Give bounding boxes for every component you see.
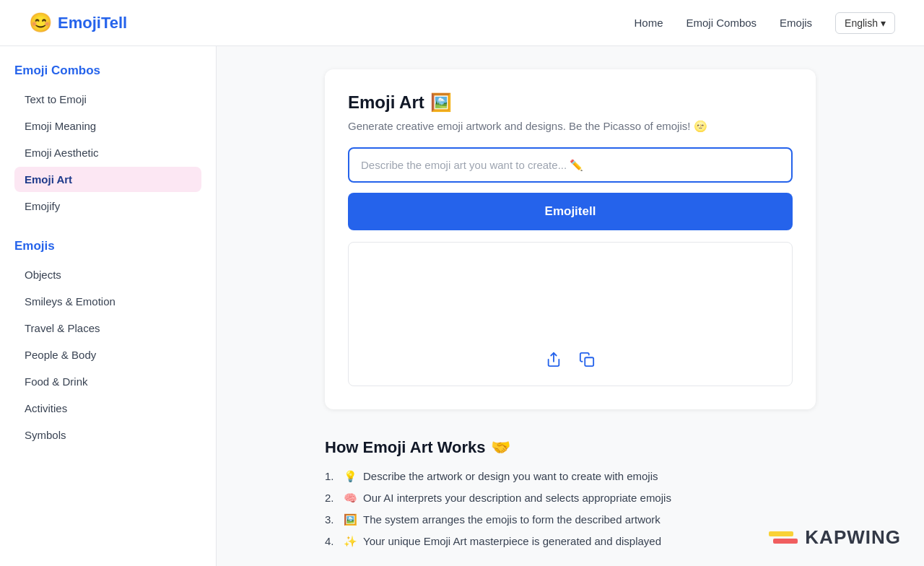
sidebar-item-people-body[interactable]: People & Body [14, 342, 201, 367]
nav-links: Home Emoji Combos Emojis English ▾ [635, 12, 895, 34]
sidebar-section-title-emojis: Emojis [14, 239, 201, 253]
page-layout: Emoji Combos Text to Emoji Emoji Meaning… [0, 46, 924, 566]
navbar: 😊 EmojiTell Home Emoji Combos Emojis Eng… [0, 0, 924, 46]
sidebar-item-food-drink[interactable]: Food & Drink [14, 369, 201, 394]
sidebar-item-emoji-art[interactable]: Emoji Art [14, 167, 201, 192]
kapwing-bar-yellow [769, 531, 793, 536]
emoji-art-card: Emoji Art 🖼️ Generate creative emoji art… [325, 69, 816, 409]
how-section: How Emoji Art Works 🤝 1. 💡 Describe the … [325, 438, 816, 548]
how-step-1: 1. 💡 Describe the artwork or design you … [325, 470, 816, 483]
how-step-4: 4. ✨ Your unique Emoji Art masterpiece i… [325, 535, 816, 548]
step-number-4: 4. [325, 535, 338, 547]
sidebar-item-smileys-emotion[interactable]: Smileys & Emotion [14, 289, 201, 314]
output-actions [543, 349, 598, 374]
how-title-text: How Emoji Art Works [325, 438, 485, 457]
share-icon [546, 352, 562, 367]
language-selector[interactable]: English ▾ [835, 12, 895, 34]
how-list: 1. 💡 Describe the artwork or design you … [325, 470, 816, 548]
step-number-3: 3. [325, 513, 338, 526]
sidebar-item-text-to-emoji[interactable]: Text to Emoji [14, 87, 201, 112]
step-number-2: 2. [325, 492, 338, 504]
step-text-3: The system arranges the emojis to form t… [363, 513, 661, 526]
step-icon-2: 🧠 [344, 492, 357, 505]
step-text-4: Your unique Emoji Art masterpiece is gen… [363, 535, 661, 547]
card-title: Emoji Art 🖼️ [348, 92, 793, 113]
painting-icon: 🖼️ [430, 92, 452, 113]
card-title-text: Emoji Art [348, 92, 424, 113]
language-label: English [845, 17, 878, 29]
share-button[interactable] [543, 349, 565, 374]
sidebar-item-emojify[interactable]: Emojify [14, 193, 201, 219]
step-text-2: Our AI interprets your description and s… [363, 492, 671, 504]
sidebar-item-objects[interactable]: Objects [14, 262, 201, 287]
svg-rect-1 [585, 357, 593, 366]
step-icon-1: 💡 [344, 470, 357, 483]
copy-button[interactable] [576, 349, 598, 374]
sidebar-item-symbols[interactable]: Symbols [14, 422, 201, 448]
how-step-3: 3. 🖼️ The system arranges the emojis to … [325, 513, 816, 526]
logo[interactable]: 😊 EmojiTell [29, 12, 127, 34]
step-text-1: Describe the artwork or design you want … [363, 470, 658, 482]
main-content: Emoji Art 🖼️ Generate creative emoji art… [217, 46, 924, 566]
kapwing-watermark: KAPWING [769, 526, 901, 549]
sidebar-section-emoji-combos: Emoji Combos Text to Emoji Emoji Meaning… [0, 64, 216, 219]
sidebar-item-emoji-aesthetic[interactable]: Emoji Aesthetic [14, 140, 201, 165]
chevron-down-icon: ▾ [881, 17, 886, 29]
step-number-1: 1. [325, 470, 338, 482]
sidebar-section-title-emoji-combos: Emoji Combos [14, 64, 201, 78]
kapwing-bar-red [773, 539, 798, 544]
sidebar-item-activities[interactable]: Activities [14, 396, 201, 421]
output-area [348, 242, 793, 386]
nav-home[interactable]: Home [635, 17, 663, 29]
nav-emoji-combos[interactable]: Emoji Combos [687, 17, 757, 29]
card-subtitle: Generate creative emoji artwork and desi… [348, 120, 793, 133]
how-title: How Emoji Art Works 🤝 [325, 438, 816, 457]
logo-icon: 😊 [29, 12, 52, 34]
copy-icon [579, 352, 595, 367]
emoji-art-input[interactable] [348, 147, 793, 183]
handshake-icon: 🤝 [491, 438, 510, 457]
nav-emojis[interactable]: Emojis [780, 17, 812, 29]
sidebar-item-travel-places[interactable]: Travel & Places [14, 315, 201, 341]
kapwing-logo-icon [769, 531, 798, 544]
step-icon-4: ✨ [344, 535, 357, 548]
step-icon-3: 🖼️ [344, 513, 357, 526]
sidebar-section-emojis: Emojis Objects Smileys & Emotion Travel … [0, 239, 216, 448]
kapwing-text: KAPWING [805, 526, 901, 549]
how-step-2: 2. 🧠 Our AI interprets your description … [325, 492, 816, 505]
sidebar-item-emoji-meaning[interactable]: Emoji Meaning [14, 113, 201, 139]
emojitell-button[interactable]: Emojitell [348, 193, 793, 230]
logo-text: EmojiTell [58, 14, 127, 32]
sidebar: Emoji Combos Text to Emoji Emoji Meaning… [0, 46, 217, 566]
